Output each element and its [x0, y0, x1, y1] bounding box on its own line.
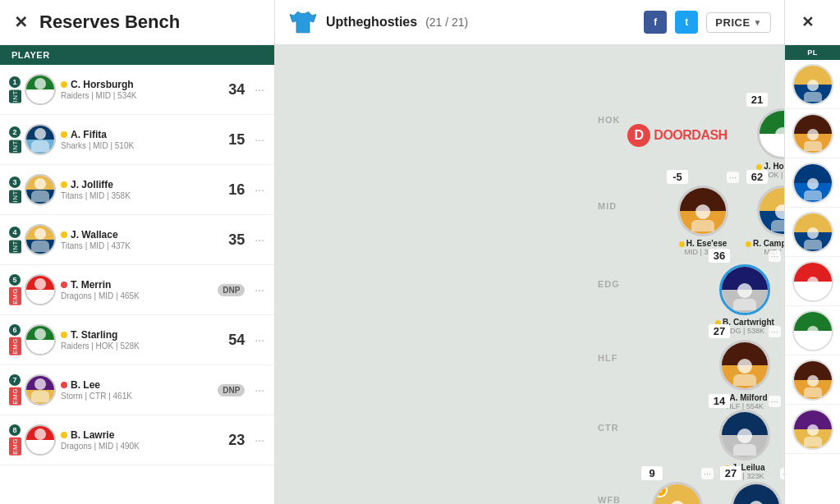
player-indicator — [61, 131, 67, 138]
player-info: T. Merrin Dragons | MID | 465K — [61, 279, 218, 300]
field-player[interactable]: 62 ··· R. Campbell-Gillard MID | 564K — [746, 170, 784, 256]
right-player-mini[interactable] — [785, 355, 840, 405]
right-avatar — [792, 212, 833, 253]
position-label: HOK — [598, 115, 620, 125]
field-player[interactable]: 9 ··· C A. Don WFB | 228K — [640, 466, 714, 504]
player-info: J. Wallace Titans | MID | 437K — [61, 229, 220, 250]
player-more-button[interactable]: ··· — [251, 382, 268, 398]
player-badge: 8 EMG — [7, 420, 23, 460]
field-player[interactable]: 21 ··· J. Hodgson HOK | 569K — [746, 93, 784, 179]
right-avatar — [792, 261, 833, 302]
facebook-button[interactable]: f — [644, 11, 667, 34]
position-label: HLF — [598, 353, 617, 363]
position-label: WFB — [598, 495, 621, 504]
team-name: Uptheghosties — [326, 15, 417, 30]
right-avatar — [792, 310, 833, 351]
player-info: A. Fifita Sharks | MID | 510K — [61, 129, 220, 150]
field-player-more[interactable]: ··· — [769, 250, 781, 262]
panel-title: Reserves Bench — [39, 11, 180, 33]
field-player-score: 27 — [720, 466, 741, 480]
player-row: 3 INT J. Jolliffe Titans | MID | 358K 16… — [0, 165, 274, 215]
player-name: B. Lawrie — [71, 429, 114, 441]
right-avatar — [792, 409, 833, 450]
player-more-button[interactable]: ··· — [251, 81, 268, 98]
player-more-button[interactable]: ··· — [251, 432, 268, 448]
field-player-more[interactable]: ··· — [727, 172, 739, 183]
player-more-button[interactable]: ··· — [251, 231, 268, 248]
right-avatar — [792, 163, 833, 204]
right-avatar — [792, 360, 833, 401]
field-player-avatar — [719, 264, 770, 315]
field-player-more[interactable]: ··· — [769, 326, 781, 337]
player-info: B. Lawrie Dragons | MID | 490K — [61, 429, 220, 451]
field-player-avatar — [757, 108, 784, 159]
right-player-mini[interactable] — [785, 306, 840, 355]
field-player-more[interactable]: ··· — [701, 468, 714, 479]
player-row: 6 EMG T. Starling Raiders | HOK | 528K 5… — [0, 315, 274, 365]
field-area: HOKMIDEDGHLFCTRWFB D DOORDASH D DOORDASH… — [275, 45, 784, 504]
position-label: CTR — [598, 423, 619, 433]
close-icon[interactable]: ✕ — [11, 13, 30, 31]
player-badge: 6 EMG — [7, 320, 23, 360]
player-more-button[interactable]: ··· — [251, 131, 268, 148]
player-avatar — [25, 274, 56, 305]
player-more-button[interactable]: ··· — [251, 181, 268, 198]
player-name: B. Lee — [71, 379, 100, 391]
right-column-header: PL — [785, 45, 840, 60]
field-player-more[interactable]: ··· — [769, 396, 781, 407]
player-score: 54 — [220, 332, 245, 349]
player-indicator — [61, 181, 67, 188]
right-close-icon[interactable]: ✕ — [799, 13, 817, 31]
player-more-button[interactable]: ··· — [251, 332, 268, 348]
chevron-down-icon: ▼ — [754, 18, 762, 27]
right-player-mini[interactable] — [785, 257, 840, 306]
player-name: J. Jolliffe — [71, 179, 113, 190]
right-player-mini[interactable] — [785, 158, 840, 208]
right-player-mini[interactable] — [785, 405, 840, 454]
field-player-avatar: C — [652, 482, 703, 504]
field-player-name: H. Ese'ese — [679, 239, 728, 248]
player-details: Dragons | MID | 490K — [61, 442, 220, 451]
field-player[interactable]: 27 ··· M. Mbye CTR, WFB | 308K — [719, 466, 784, 504]
field-player-avatar — [757, 186, 784, 236]
player-details: Titans | MID | 437K — [61, 241, 220, 250]
team-count: (21 / 21) — [425, 16, 468, 29]
player-indicator — [61, 382, 67, 388]
player-avatar — [25, 124, 56, 155]
player-name: A. Fifita — [71, 129, 107, 140]
field-player[interactable]: -5 ··· H. Ese'ese MID | 389K — [666, 170, 740, 256]
player-indicator — [61, 81, 67, 88]
player-badge: 5 EMG — [7, 270, 23, 309]
player-details: Raiders | MID | 534K — [61, 91, 220, 100]
price-dropdown[interactable]: PRICE ▼ — [706, 12, 771, 33]
right-player-mini[interactable] — [785, 208, 840, 257]
field-player-name: R. Campbell-Gillard — [746, 239, 784, 248]
field-player[interactable]: 36 ··· B. Cartwright EDG | 538K — [708, 249, 782, 335]
doordash-logo: D DOORDASH — [628, 111, 727, 160]
field-player-avatar — [719, 340, 770, 391]
player-info: J. Jolliffe Titans | MID | 358K — [61, 179, 220, 200]
player-more-button[interactable]: ··· — [251, 282, 268, 298]
field-player-score: -5 — [667, 170, 688, 184]
player-indicator — [61, 282, 67, 288]
player-row: 5 EMG T. Merrin Dragons | MID | 465K DNP… — [0, 265, 274, 315]
player-row: 8 EMG B. Lawrie Dragons | MID | 490K 23 … — [0, 415, 274, 465]
player-name: T. Starling — [71, 329, 117, 341]
player-row: 4 INT J. Wallace Titans | MID | 437K 35 … — [0, 215, 274, 265]
right-player-mini[interactable] — [785, 60, 840, 109]
player-indicator — [61, 432, 67, 438]
field-player-more[interactable]: ··· — [780, 468, 784, 479]
right-player-mini[interactable] — [785, 109, 840, 158]
player-details: Titans | MID | 358K — [61, 191, 220, 200]
player-details: Dragons | MID | 465K — [61, 291, 218, 300]
twitter-button[interactable]: t — [675, 11, 698, 34]
player-avatar — [25, 174, 56, 205]
player-avatar — [25, 374, 56, 405]
right-avatar — [792, 113, 833, 154]
left-header: ✕ Reserves Bench — [0, 0, 274, 45]
player-badge: 4 INT — [7, 220, 23, 259]
player-score: 23 — [220, 432, 245, 449]
player-name: C. Horsburgh — [71, 79, 134, 90]
player-score: 34 — [220, 81, 245, 99]
player-badge: 1 INT — [7, 70, 23, 109]
